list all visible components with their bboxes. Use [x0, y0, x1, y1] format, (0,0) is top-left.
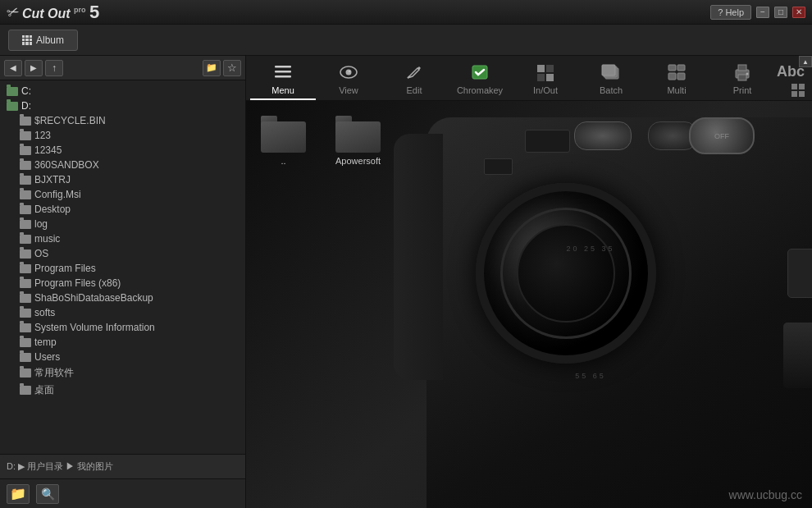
minimize-button[interactable]: −	[756, 7, 769, 18]
nav-bar: ◀ ▶ ↑ 📁 ☆	[0, 56, 245, 80]
album-button[interactable]: Album	[8, 30, 78, 51]
folder-icon	[20, 176, 31, 185]
window-controls: ? Help − □ ✕	[710, 5, 805, 20]
svg-rect-11	[546, 74, 554, 81]
folder-icon	[20, 353, 31, 362]
up-button[interactable]: ↑	[45, 60, 63, 76]
folder-icon	[20, 338, 31, 347]
folder-icon	[20, 146, 31, 155]
tree-item-$recycle.bin[interactable]: $RECYCLE.BIN	[0, 113, 245, 128]
tabs-container: MenuViewEditChromakeyIn/OutBatchMultiPri…	[250, 59, 777, 100]
edit-tab-icon	[404, 63, 424, 84]
help-button[interactable]: ? Help	[710, 5, 751, 20]
tree-item-softs[interactable]: softs	[0, 305, 245, 320]
print-tab-icon	[732, 63, 752, 84]
tab-view[interactable]: View	[316, 59, 381, 100]
bookmark-button[interactable]: ☆	[223, 60, 241, 76]
file-browser: OFF 20 25 35 55 65	[246, 101, 812, 508]
tree-item-123[interactable]: 123	[0, 128, 245, 143]
forward-button[interactable]: ▶	[25, 60, 43, 76]
tree-item-music[interactable]: music	[0, 231, 245, 246]
search-button[interactable]: 🔍	[36, 484, 59, 504]
svg-rect-18	[677, 73, 685, 80]
tree-item-program-files-(x86)[interactable]: Program Files (x86)	[0, 276, 245, 291]
folder-icon	[20, 205, 31, 214]
batch-tab-icon	[601, 63, 621, 84]
folder-icon	[20, 264, 31, 273]
tree-item-temp[interactable]: temp	[0, 335, 245, 350]
svg-rect-17	[668, 73, 676, 80]
svg-rect-2	[275, 76, 291, 78]
view-tab-icon	[339, 63, 358, 84]
folder-icon	[20, 131, 31, 140]
grid-icon	[22, 35, 32, 45]
folder-icon	[20, 190, 31, 199]
svg-rect-8	[537, 65, 545, 72]
tab-edit[interactable]: Edit	[381, 59, 447, 100]
toolbar: Album	[0, 25, 812, 56]
apowersoft-folder-label: Apowersoft	[335, 156, 381, 166]
parent-folder-item[interactable]: ..	[254, 109, 312, 172]
parent-folder-label: ..	[281, 156, 285, 166]
tab-chromakey[interactable]: Chromakey	[447, 59, 513, 100]
folder-icon	[20, 386, 31, 395]
svg-rect-16	[677, 65, 685, 71]
tree-item-bjxtrj[interactable]: BJXTRJ	[0, 172, 245, 187]
tree-item-c[interactable]: C:	[0, 84, 245, 98]
tab-batch[interactable]: Batch	[578, 59, 644, 100]
drive-d-icon	[7, 102, 18, 111]
current-path: D: ▶ 用户目录 ▶ 我的图片	[7, 460, 113, 473]
tree-item-program-files[interactable]: Program Files	[0, 261, 245, 276]
folder-open-button[interactable]: 📁	[7, 484, 30, 504]
folder-icon	[20, 220, 31, 229]
status-bar: D: ▶ 用户目录 ▶ 我的图片	[0, 454, 245, 478]
new-folder-button[interactable]: 📁	[203, 60, 221, 76]
file-tree: C: D: $RECYCLE.BIN12312345360SANDBOXBJXT…	[0, 80, 245, 454]
title-bar: ✂ Cut Out pro 5 ? Help − □ ✕	[0, 0, 812, 25]
tree-item-d[interactable]: D:	[0, 98, 245, 113]
tree-item-os[interactable]: OS	[0, 246, 245, 261]
folder-icon	[20, 279, 31, 288]
tree-item-users[interactable]: Users	[0, 350, 245, 364]
folder-icon	[20, 368, 31, 378]
question-icon: ?	[718, 7, 723, 17]
svg-rect-15	[668, 65, 676, 71]
back-button[interactable]: ◀	[4, 60, 22, 76]
tab-multi[interactable]: Multi	[644, 59, 709, 100]
tab-print[interactable]: Print	[709, 59, 775, 100]
tree-item-system-volume-information[interactable]: System Volume Information	[0, 320, 245, 335]
svg-rect-10	[537, 74, 545, 81]
svg-point-4	[346, 70, 352, 76]
multi-tab-icon	[667, 63, 687, 84]
pro-badge: pro	[74, 6, 86, 14]
folder-list: $RECYCLE.BIN12312345360SANDBOXBJXTRJConf…	[0, 113, 245, 399]
grid-view-icon[interactable]	[791, 84, 805, 97]
bottom-bar: 📁 🔍	[0, 478, 245, 508]
tree-item-常用软件[interactable]: 常用软件	[0, 364, 245, 382]
tab-menu[interactable]: Menu	[250, 59, 316, 100]
app-logo: ✂ Cut Out pro 5	[7, 2, 99, 23]
folder-icon	[20, 161, 31, 170]
tree-item-config.msi[interactable]: Config.Msi	[0, 187, 245, 202]
apowersoft-folder-icon	[335, 116, 381, 153]
restore-button[interactable]: □	[774, 7, 787, 18]
tree-item-desktop[interactable]: Desktop	[0, 202, 245, 217]
folder-icon	[20, 249, 31, 259]
tree-item-桌面[interactable]: 桌面	[0, 382, 245, 399]
drive-c-icon	[7, 87, 18, 96]
close-button[interactable]: ✕	[792, 7, 805, 18]
folder-icon	[20, 235, 31, 244]
right-panel: MenuViewEditChromakeyIn/OutBatchMultiPri…	[246, 56, 812, 508]
tree-item-360sandbox[interactable]: 360SANDBOX	[0, 158, 245, 172]
chromakey-tab-icon	[470, 63, 490, 84]
scroll-up-arrow[interactable]: ▲	[799, 56, 812, 67]
watermark: www.ucbug.cc	[729, 488, 802, 501]
parent-folder-icon	[261, 116, 306, 153]
apowersoft-folder-item[interactable]: Apowersoft	[329, 109, 387, 172]
tree-item-shaboshidatabasebackup[interactable]: ShaBoShiDatabaseBackup	[0, 291, 245, 305]
svg-rect-21	[738, 75, 746, 80]
tree-item-log[interactable]: log	[0, 217, 245, 231]
tab-in/out[interactable]: In/Out	[513, 59, 578, 100]
tree-item-12345[interactable]: 12345	[0, 143, 245, 158]
folder-icon	[20, 117, 31, 126]
